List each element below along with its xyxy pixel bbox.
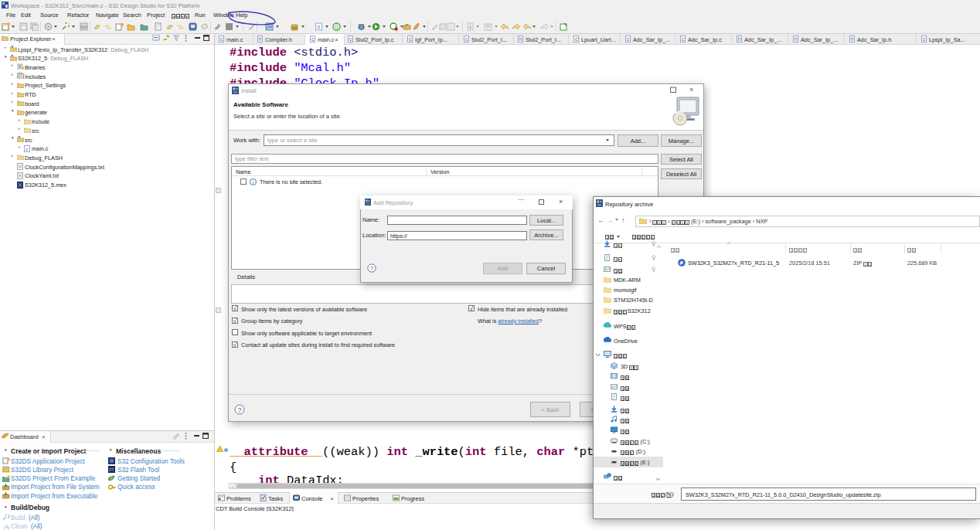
svg-text:G: G <box>335 24 339 29</box>
svg-text:68: 68 <box>292 25 298 30</box>
svg-text:c: c <box>318 24 321 29</box>
svg-text:?: ? <box>237 406 241 414</box>
svg-text:010: 010 <box>80 25 87 29</box>
svg-text:i: i <box>253 179 254 185</box>
svg-text:FT: FT <box>109 467 114 472</box>
svg-text:c: c <box>26 147 29 151</box>
svg-text:?: ? <box>370 265 374 272</box>
